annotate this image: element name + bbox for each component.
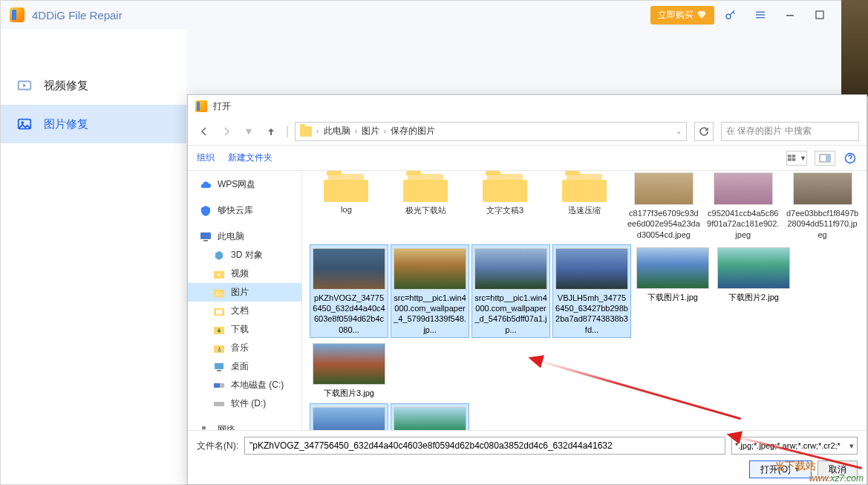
refresh-button[interactable] [694,122,714,141]
buy-now-label: 立即购买 [658,9,694,22]
search-placeholder: 在 保存的图片 中搜索 [726,125,812,137]
license-key-button[interactable] [717,1,744,28]
tree-label: WPS网盘 [218,178,255,191]
svg-rect-2 [816,11,823,19]
folder-item[interactable]: 迅速压缩 [548,172,621,240]
breadcrumb-saved[interactable]: 保存的图片 [391,125,435,137]
svg-rect-6 [788,154,792,157]
tree-3d-objects[interactable]: 3D 对象 [188,246,301,264]
cloud-storage-icon [200,205,212,217]
tree-network[interactable]: 网络 [188,420,301,430]
svg-point-5 [21,121,24,124]
tree-goku-cloud[interactable]: 够快云库 [188,201,301,220]
chevron-right-icon: › [355,127,357,135]
svg-rect-26 [214,402,224,406]
svg-point-0 [726,14,731,19]
svg-rect-13 [200,232,211,239]
file-type-filter[interactable]: *.jpg;*.jpeg;*.arw;*.crw;*.cr2;* [731,437,858,455]
help-button[interactable] [843,151,858,166]
tree-this-pc[interactable]: 此电脑 [188,227,301,246]
nav-recent-dropdown[interactable]: ▾ [240,123,258,140]
minimize-button[interactable] [777,1,803,28]
svg-rect-8 [788,158,792,161]
titlebar-actions: 立即购买 [650,1,867,28]
tree-downloads[interactable]: 下载 [188,320,301,339]
tree-label: 网络 [218,423,235,430]
search-input[interactable]: 在 保存的图片 中搜索 [721,122,859,141]
image-thumb-item[interactable]: d7ee03bbcf1f8497b28094dd511f970.jpeg [786,172,859,240]
new-folder-button[interactable]: 新建文件夹 [228,152,273,164]
chevron-down-icon[interactable]: ⌄ [676,127,682,135]
maximize-button[interactable] [806,1,833,28]
file-row-selected: pKZhVOGZ_347756450_632d44a40c4603e8f0594… [310,244,859,401]
svg-point-17 [217,291,219,293]
sidebar-item-photo-repair[interactable]: 图片修复 [1,105,186,143]
image-thumb-item[interactable]: pKZhVOGZ_347756450_632d44a40c4603e8f0594… [310,244,388,338]
computer-icon [200,231,212,243]
nav-back-button[interactable] [195,123,213,140]
nav-forward-button[interactable] [218,123,235,140]
image-thumb-item[interactable]: VBJLH5mh_347756450_63427bb298b2ba7ad8774… [552,244,631,338]
file-row-selected-2: 下载图片4.jpg下载图片5.jpg [310,403,859,430]
folder-item[interactable]: log [310,172,383,240]
disk-icon [213,380,225,391]
folder-icon [300,126,312,137]
nav-separator: | [286,125,289,138]
hamburger-menu-button[interactable] [747,1,774,28]
photo-repair-icon [16,115,33,133]
sidebar-item-video-repair[interactable]: 视频修复 [1,66,186,105]
preview-pane-button[interactable] [815,151,835,166]
image-thumb-item[interactable]: src=http__pic1.win4000.com_wallpaper_d_5… [471,244,550,338]
tree-label: 够快云库 [218,204,253,217]
tree-label: 视频 [231,267,249,280]
image-thumb-item[interactable]: 下载图片3.jpg [310,340,388,401]
tree-label: 图片 [231,286,249,299]
dialog-footer: 文件名(N): *.jpg;*.jpeg;*.arw;*.crw;*.cr2;*… [188,430,867,484]
tree-disk-d[interactable]: 软件 (D:) [188,394,301,413]
desktop-background-strip [841,0,868,97]
breadcrumb-pictures[interactable]: 图片 [362,125,379,137]
cube-icon [213,250,225,261]
tree-wps-cloud[interactable]: WPS网盘 [188,175,301,194]
tree-label: 桌面 [231,360,249,373]
dialog-body: WPS网盘 够快云库 此电脑 3D 对象 视频 图片 [188,171,867,430]
image-thumb-item[interactable]: 下载图片1.jpg [633,244,712,338]
svg-rect-23 [217,370,221,371]
file-grid: log极光下载站文字文稿3迅速压缩c8177f3e6709c93dee6d002… [302,171,867,430]
file-open-dialog: 打开 ▾ | › 此电脑 › 图片 › 保存的图片 ⌄ 在 保存的图片 中搜索 [187,94,867,485]
sidebar-label: 图片修复 [44,117,88,131]
tree-label: 软件 (D:) [231,397,266,410]
tree-documents[interactable]: 文档 [188,302,301,320]
tree-label: 音乐 [231,342,249,354]
tree-videos[interactable]: 视频 [188,264,301,283]
titlebar: 4DDiG File Repair 立即购买 [1,1,867,29]
tree-local-disk-c[interactable]: 本地磁盘 (C:) [188,376,301,394]
image-thumb-item[interactable]: 下载图片2.jpg [714,244,793,338]
buy-now-button[interactable]: 立即购买 [650,6,714,25]
filename-input[interactable] [244,437,725,455]
breadcrumb-thispc[interactable]: 此电脑 [324,125,350,137]
folder-item[interactable]: 文字文稿3 [469,172,542,240]
filter-text: *.jpg;*.jpeg;*.arw;*.crw;*.cr2;* [735,441,841,450]
organize-button[interactable]: 组织 [197,152,215,164]
image-thumb-item[interactable]: 下载图片5.jpg [391,403,469,430]
chevron-right-icon: › [316,127,319,135]
tree-desktop[interactable]: 桌面 [188,357,301,376]
folder-tree: WPS网盘 够快云库 此电脑 3D 对象 视频 图片 [188,171,302,430]
tree-label: 此电脑 [218,230,244,243]
watermark-domain: www.xz7.com [809,473,864,484]
tree-pictures[interactable]: 图片 [188,283,301,302]
tree-label: 下载 [231,323,249,336]
view-mode-button[interactable]: ▼ [786,151,807,166]
diamond-icon [696,10,707,20]
address-bar[interactable]: › 此电脑 › 图片 › 保存的图片 ⌄ [295,122,687,141]
watermark-text: 光下载站 [774,460,816,473]
image-thumb-item[interactable]: c952041ccb4a5c869f01a72ac181e902.jpeg [706,172,780,240]
svg-rect-25 [214,383,220,388]
image-thumb-item[interactable]: 下载图片4.jpg [310,403,388,430]
image-thumb-item[interactable]: c8177f3e6709c93dee6d002e954a23dad30054cd… [627,172,700,240]
tree-music[interactable]: 音乐 [188,339,301,357]
image-thumb-item[interactable]: src=http__pic1.win4000.com_wallpaper_4_5… [391,244,469,338]
nav-up-button[interactable] [262,123,280,140]
folder-item[interactable]: 极光下载站 [389,172,463,240]
